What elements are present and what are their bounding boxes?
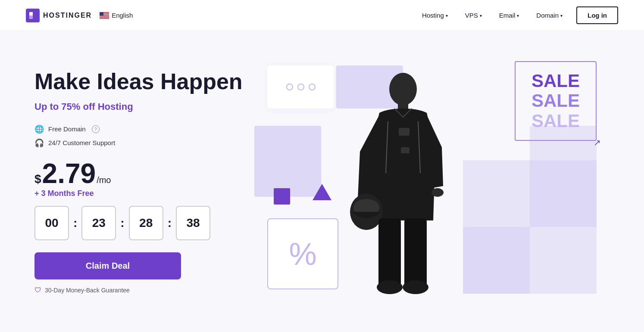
hero-subtitle: Up to 75% off Hosting bbox=[34, 101, 250, 112]
svg-rect-27 bbox=[399, 128, 410, 136]
countdown-separator-2: : bbox=[116, 216, 128, 230]
nav-right: Hosting ▾ VPS ▾ Email ▾ Domain ▾ Log in bbox=[415, 6, 618, 24]
sale-line-1: SALE bbox=[531, 71, 580, 91]
svg-point-20 bbox=[431, 188, 444, 197]
person-svg bbox=[328, 65, 466, 307]
svg-rect-15 bbox=[100, 12, 103, 16]
countdown-separator-3: : bbox=[163, 216, 176, 230]
price-display: $ 2.79 /mo bbox=[34, 160, 250, 187]
countdown-centiseconds: 38 bbox=[176, 206, 210, 240]
shield-icon: 🛡 bbox=[34, 286, 41, 294]
chevron-down-icon: ▾ bbox=[480, 13, 482, 18]
features-list: 🌐 Free Domain ? 🎧 24/7 Customer Support bbox=[34, 124, 250, 148]
countdown-separator-1: : bbox=[69, 216, 81, 230]
globe-icon: 🌐 bbox=[34, 124, 44, 134]
login-button[interactable]: Log in bbox=[576, 6, 618, 24]
hero-content: Make Ideas Happen Up to 75% off Hosting … bbox=[34, 69, 250, 294]
navbar: HOSTINGER English bbox=[0, 0, 644, 31]
nav-email[interactable]: Email ▾ bbox=[492, 8, 526, 22]
hero-illustration: SALE SALE SALE ↗ % bbox=[250, 57, 610, 307]
feature-domain-text: Free Domain bbox=[48, 125, 86, 133]
percent-symbol: % bbox=[289, 239, 316, 270]
person-figure bbox=[319, 57, 474, 307]
countdown-hours: 00 bbox=[34, 206, 69, 240]
sale-text-lines: SALE SALE SALE bbox=[531, 71, 580, 131]
language-selector[interactable]: English bbox=[100, 12, 133, 19]
logo[interactable]: HOSTINGER bbox=[26, 9, 92, 22]
free-months: + 3 Months Free bbox=[34, 189, 250, 198]
svg-point-24 bbox=[403, 280, 428, 294]
price-dollar: $ bbox=[34, 172, 41, 186]
nav-domain[interactable]: Domain ▾ bbox=[529, 8, 569, 22]
nav-vps[interactable]: VPS ▾ bbox=[458, 8, 489, 22]
svg-rect-21 bbox=[378, 218, 401, 287]
price-block: $ 2.79 /mo + 3 Months Free bbox=[34, 160, 250, 198]
brand-name: HOSTINGER bbox=[43, 12, 92, 19]
price-value: 2.79 bbox=[42, 160, 96, 187]
countdown-seconds: 28 bbox=[129, 206, 163, 240]
svg-point-16 bbox=[389, 73, 417, 105]
claim-deal-button[interactable]: Claim Deal bbox=[34, 252, 181, 279]
nav-left: HOSTINGER English bbox=[26, 9, 133, 22]
language-label: English bbox=[112, 12, 133, 19]
deco-grid-cell-2 bbox=[530, 160, 597, 227]
deco-square-1 bbox=[274, 188, 290, 205]
flag-icon bbox=[100, 12, 109, 19]
chevron-down-icon: ▾ bbox=[517, 13, 519, 18]
svg-rect-11 bbox=[100, 17, 109, 17]
help-icon[interactable]: ? bbox=[92, 125, 100, 133]
svg-rect-10 bbox=[100, 16, 109, 16]
countdown-minutes: 23 bbox=[81, 206, 116, 240]
hero-title: Make Ideas Happen bbox=[34, 69, 250, 94]
nav-hosting[interactable]: Hosting ▾ bbox=[415, 8, 455, 22]
svg-rect-14 bbox=[100, 18, 109, 19]
svg-point-23 bbox=[377, 280, 403, 294]
feature-domain: 🌐 Free Domain ? bbox=[34, 124, 250, 134]
deco-grid-bottom-right bbox=[463, 160, 597, 294]
price-per-month: /mo bbox=[97, 175, 111, 185]
feature-support: 🎧 24/7 Customer Support bbox=[34, 138, 250, 148]
browser-dot-1 bbox=[286, 84, 293, 90]
browser-dot-3 bbox=[309, 84, 316, 90]
discount-text: 75% bbox=[61, 101, 80, 112]
headset-icon: 🎧 bbox=[34, 138, 44, 148]
deco-grid-cell-4 bbox=[530, 227, 597, 294]
browser-dot-2 bbox=[297, 84, 304, 90]
sale-line-3: SALE bbox=[531, 111, 580, 131]
guarantee-text: 🛡 30-Day Money-Back Guarantee bbox=[34, 286, 250, 294]
sale-line-2: SALE bbox=[531, 91, 580, 111]
svg-rect-13 bbox=[100, 18, 109, 18]
logo-icon bbox=[26, 9, 40, 22]
sale-banner: SALE SALE SALE ↗ bbox=[515, 61, 597, 141]
chevron-down-icon: ▾ bbox=[560, 13, 563, 18]
svg-rect-22 bbox=[404, 218, 427, 287]
svg-rect-12 bbox=[100, 17, 109, 18]
feature-support-text: 24/7 Customer Support bbox=[48, 139, 115, 146]
cursor-icon: ↗ bbox=[594, 137, 601, 148]
svg-rect-28 bbox=[401, 147, 410, 153]
subtitle-suffix: off Hosting bbox=[80, 101, 133, 112]
guarantee-label: 30-Day Money-Back Guarantee bbox=[45, 287, 130, 294]
subtitle-prefix: Up to bbox=[34, 101, 61, 112]
hero-section: Make Ideas Happen Up to 75% off Hosting … bbox=[0, 31, 644, 324]
deco-rect-mid-left bbox=[254, 126, 321, 197]
countdown-timer: 00 : 23 : 28 : 38 bbox=[34, 206, 250, 240]
svg-rect-9 bbox=[100, 16, 109, 16]
chevron-down-icon: ▾ bbox=[446, 13, 448, 18]
